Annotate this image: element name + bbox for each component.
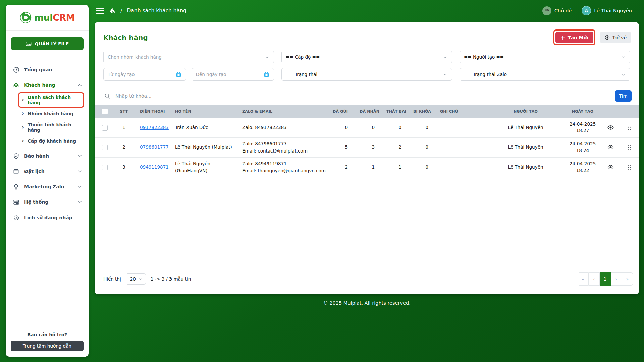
page-button[interactable]: » xyxy=(622,272,633,286)
sidebar-item[interactable]: Đặt lịch xyxy=(6,164,89,179)
records-range: 1 -> 3 / 3 mẫu tin xyxy=(151,276,191,282)
page-button[interactable]: › xyxy=(611,272,622,286)
status-select[interactable]: == Trạng thái == xyxy=(281,68,452,81)
cell-failed: 1 xyxy=(383,157,410,177)
cell-creator: Lê Thái Nguyên xyxy=(487,157,564,177)
hamburger-menu-icon[interactable] xyxy=(96,8,104,14)
chevron-down-icon xyxy=(443,72,448,77)
phone-link[interactable]: 0917822383 xyxy=(140,125,169,130)
dashboard-icon xyxy=(12,66,20,73)
date-to-input[interactable] xyxy=(196,72,261,77)
sidebar-item[interactable]: Bảo hành xyxy=(6,148,89,164)
create-new-button[interactable]: + Tạo Mới xyxy=(555,32,593,43)
eye-icon[interactable] xyxy=(607,124,614,131)
row-checkbox[interactable] xyxy=(102,145,108,150)
pagination-bar: Hiển thị 20 1 -> 3 / 3 mẫu tin «‹1›» xyxy=(95,272,639,294)
table-header-row: STT ĐIỆN THOẠI HỌ TÊN ZALO & EMAIL ĐÃ GỬ… xyxy=(95,105,639,118)
sidebar-subitem[interactable]: ›Thuộc tính khách hàng xyxy=(19,121,83,134)
chevron-up-icon xyxy=(77,82,83,88)
sidebar-subitem[interactable]: ›Cấp độ khách hàng xyxy=(19,134,83,148)
card-icon xyxy=(25,41,32,47)
sidebar-item[interactable]: Lịch sử đăng nhập xyxy=(6,210,89,225)
calendar-icon[interactable] xyxy=(175,71,182,78)
sitemap-icon[interactable] xyxy=(109,7,116,14)
page-button[interactable]: « xyxy=(578,272,589,286)
customers-icon xyxy=(12,81,20,89)
chevron-down-icon xyxy=(443,55,448,60)
sidebar-subitem[interactable]: ›Danh sách khách hàng xyxy=(19,93,83,107)
paint-roller-icon xyxy=(542,6,551,15)
main-card: Khách hàng + Tạo Mới Trở về Chọn nhóm kh… xyxy=(95,22,639,294)
zalo-status-select[interactable]: == Trạng thái Zalo == xyxy=(460,68,630,81)
col-header-stt: STT xyxy=(115,105,133,118)
search-button[interactable]: Tìm xyxy=(615,90,632,102)
chevron-down-icon xyxy=(621,72,626,77)
calendar-icon[interactable] xyxy=(263,71,270,78)
row-checkbox[interactable] xyxy=(102,125,108,131)
customers-table: STT ĐIỆN THOẠI HỌ TÊN ZALO & EMAIL ĐÃ GỬ… xyxy=(95,105,639,177)
lightbulb-icon xyxy=(12,183,20,190)
drag-handle-icon[interactable] xyxy=(627,125,632,131)
search-bar: Tìm xyxy=(95,87,639,105)
logo[interactable]: mulCRM xyxy=(6,5,89,30)
drag-handle-icon[interactable] xyxy=(627,165,632,170)
topbar: / Danh sách khách hàng Chủ đề Lê Thái Ng… xyxy=(89,0,644,21)
sidebar-item-label: Khách hàng xyxy=(24,82,55,88)
phone-link[interactable]: 0949119871 xyxy=(140,164,169,170)
chevron-right-icon: › xyxy=(22,97,24,103)
cell-name: Lê Thái Nguyên (Mulplat) xyxy=(172,137,239,157)
cell-note xyxy=(437,118,487,137)
logo-text: mulCRM xyxy=(34,12,75,23)
divider xyxy=(6,30,89,31)
page-size-select[interactable]: 20 xyxy=(126,273,146,285)
eye-icon[interactable] xyxy=(607,164,614,171)
eye-icon[interactable] xyxy=(607,144,614,151)
table-row: 20798601777Lê Thái Nguyên (Mulplat)Zalo:… xyxy=(95,137,639,157)
level-select[interactable]: == Cấp độ == xyxy=(281,51,452,63)
cell-sent: 5 xyxy=(329,137,356,157)
date-from-input[interactable] xyxy=(108,72,173,77)
col-header-zalo-email: ZALO & EMAIL xyxy=(239,105,329,118)
theme-switcher[interactable]: Chủ đề xyxy=(542,6,572,15)
sidebar-footer: Bạn cần hỗ trợ? Trung tâm hướng dẫn xyxy=(6,332,89,357)
page-size-label: Hiển thị xyxy=(103,276,121,282)
sidebar-item[interactable]: Khách hàng xyxy=(6,77,89,93)
user-menu[interactable]: Lê Thái Nguyên xyxy=(582,6,632,15)
cell-stt: 3 xyxy=(115,157,133,177)
customer-group-select[interactable]: Chọn nhóm khách hàng xyxy=(103,51,274,63)
search-input[interactable] xyxy=(115,93,610,99)
sidebar-item-label: Marketing Zalo xyxy=(24,184,64,189)
col-header-locked: BỊ KHÓA xyxy=(410,105,437,118)
sidebar-subitem[interactable]: ›Nhóm khách hàng xyxy=(19,107,83,120)
help-center-button[interactable]: Trung tâm hướng dẫn xyxy=(11,341,84,351)
sidebar-item-label: Đặt lịch xyxy=(24,169,45,174)
plus-icon: + xyxy=(560,34,565,41)
creator-select[interactable]: == Người tạo == xyxy=(460,51,630,63)
col-header-note: GHI CHÚ xyxy=(437,105,487,118)
file-manager-button[interactable]: QUẢN LÝ FILE xyxy=(11,37,84,50)
system-icon xyxy=(12,198,20,206)
phone-link[interactable]: 0798601777 xyxy=(140,144,169,150)
cell-creator: Lê Thái Nguyên xyxy=(487,137,564,157)
table-body: 10917822383Trần Xuân ĐứcZalo: 8491782238… xyxy=(95,118,639,177)
sidebar-item[interactable]: Tổng quan xyxy=(6,62,89,77)
sidebar-item-label: Tổng quan xyxy=(24,67,52,72)
avatar xyxy=(582,6,591,15)
page-button-current[interactable]: 1 xyxy=(600,272,611,286)
col-header-created: NGÀY TẠO xyxy=(564,105,601,118)
chevron-right-icon: › xyxy=(22,124,24,130)
annotation-box: + Tạo Mới xyxy=(553,29,595,45)
select-all-checkbox[interactable] xyxy=(102,109,108,114)
sidebar-subitem-label: Danh sách khách hàng xyxy=(28,95,81,105)
cell-failed: 2 xyxy=(383,137,410,157)
sidebar-subitem-label: Nhóm khách hàng xyxy=(28,111,73,116)
back-button[interactable]: Trở về xyxy=(600,32,631,43)
page-button[interactable]: ‹ xyxy=(589,272,600,286)
drag-handle-icon[interactable] xyxy=(627,145,632,150)
chevron-down-icon xyxy=(265,55,270,60)
breadcrumb-current[interactable]: Danh sách khách hàng xyxy=(127,8,186,14)
sidebar-item[interactable]: Marketing Zalo xyxy=(6,179,89,194)
cell-created: 24-04-202518:22 xyxy=(564,157,601,177)
row-checkbox[interactable] xyxy=(102,165,108,170)
sidebar-item[interactable]: Hệ thống xyxy=(6,194,89,210)
